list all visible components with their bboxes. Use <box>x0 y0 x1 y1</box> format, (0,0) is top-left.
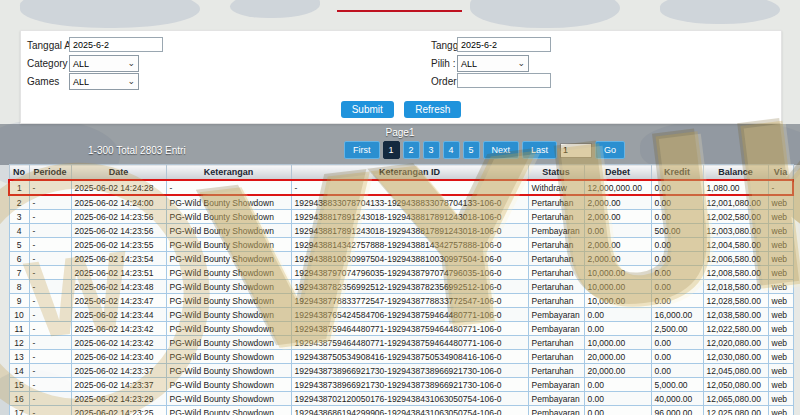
cell-keterangan-id[interactable]: 1929438833078704133-1929438833078704133-… <box>291 195 528 210</box>
cell-periode: - <box>29 224 71 238</box>
cell-keterangan: PG-Wild Bounty Showdown <box>166 210 291 224</box>
cell-via: web <box>768 294 793 308</box>
cell-kredit: 0.00 <box>651 294 703 308</box>
cell-kredit: 96,000.00 <box>651 406 703 415</box>
cell-keterangan-id[interactable]: 1929438738966921730-1929438738966921730-… <box>291 364 528 378</box>
cell-status: Pertaruhan <box>528 280 584 294</box>
games-select[interactable]: ALL ⌄ <box>69 73 139 90</box>
page-button-1[interactable]: 1 <box>383 141 400 159</box>
cell-periode: - <box>29 266 71 280</box>
top-red-underline <box>337 10 462 12</box>
submit-button[interactable]: Submit <box>341 101 394 118</box>
cell-no: 11 <box>9 322 29 336</box>
cell-keterangan-id[interactable]: 1929438817891243018-1929438817891243018-… <box>291 210 528 224</box>
cell-debet: 20,000.00 <box>584 350 651 364</box>
cell-status: Pertaruhan <box>528 350 584 364</box>
table-row: 1-2025-06-02 14:24:28--Withdraw12,000,00… <box>9 180 793 195</box>
cell-keterangan-id[interactable]: 1929438759464480771-1929438759464480771-… <box>291 336 528 350</box>
cell-status: Withdraw <box>528 180 584 195</box>
cell-periode: - <box>29 308 71 322</box>
page-indicator: Page1 <box>0 127 800 138</box>
cell-keterangan-id[interactable]: 1929438738966921730-1929438738966921730-… <box>291 378 528 392</box>
cell-balance: 12,022,580.00 <box>703 322 768 336</box>
cell-kredit: 500.00 <box>651 224 703 238</box>
header-balance: Balance <box>703 165 768 181</box>
header-keterangan-id: Keterangan ID <box>291 165 528 181</box>
cell-no: 15 <box>9 378 29 392</box>
cell-date: 2025-06-02 14:23:25 <box>71 406 166 415</box>
go-button[interactable]: Go <box>595 141 625 159</box>
cell-keterangan: PG-Wild Bounty Showdown <box>166 392 291 406</box>
cell-date: 2025-06-02 14:23:37 <box>71 378 166 392</box>
cell-debet: 2,000.00 <box>584 195 651 210</box>
cell-keterangan-id[interactable]: 1929438750534908416-1929438750534908416-… <box>291 350 528 364</box>
cell-keterangan-id[interactable]: 1929438797074796035-1929438797074796035-… <box>291 266 528 280</box>
refresh-button[interactable]: Refresh <box>404 101 461 118</box>
cell-no: 4 <box>9 224 29 238</box>
cell-debet: 10,000.00 <box>584 280 651 294</box>
cell-debet: 0.00 <box>584 392 651 406</box>
cell-no: 6 <box>9 252 29 266</box>
cell-periode: - <box>29 180 71 195</box>
cell-balance: 12,004,580.00 <box>703 238 768 252</box>
cell-keterangan-id[interactable]: 1929438759464480771-1929438759464480771-… <box>291 322 528 336</box>
cell-keterangan-id: - <box>291 180 528 195</box>
tanggal-akhir-input[interactable] <box>457 37 551 52</box>
order-id-input[interactable] <box>457 73 551 88</box>
cell-keterangan-id[interactable]: 1929438782356992512-1929438782356992512-… <box>291 280 528 294</box>
page-button-3[interactable]: 3 <box>423 141 440 159</box>
chevron-down-icon: ⌄ <box>127 59 135 68</box>
cell-keterangan: PG-Wild Bounty Showdown <box>166 350 291 364</box>
cell-periode: - <box>29 322 71 336</box>
cell-keterangan-id[interactable]: 1929438814342757888-1929438814342757888-… <box>291 238 528 252</box>
cell-debet: 2,000.00 <box>584 252 651 266</box>
cell-keterangan-id[interactable]: 1929438702120050176-1929438431063050754-… <box>291 392 528 406</box>
cell-balance: 12,050,080.00 <box>703 378 768 392</box>
tanggal-awal-input[interactable] <box>69 37 163 52</box>
cell-kredit: 0.00 <box>651 364 703 378</box>
cell-status: Pembayaran <box>528 392 584 406</box>
cell-date: 2025-06-02 14:23:40 <box>71 350 166 364</box>
page-button-2[interactable]: 2 <box>403 141 420 159</box>
pilih-select[interactable]: ALL ⌄ <box>457 55 529 72</box>
cell-kredit: 16,000.00 <box>651 308 703 322</box>
cell-keterangan-id[interactable]: 1929438810030997504-1929438810030997504-… <box>291 252 528 266</box>
games-select-value: ALL <box>73 77 89 87</box>
goto-page-input[interactable] <box>560 143 592 158</box>
category-select[interactable]: ALL ⌄ <box>69 55 139 72</box>
page-button-5[interactable]: 5 <box>463 141 480 159</box>
pagination-bar: 1-300 Total 2803 Entri First12345NextLas… <box>0 141 800 161</box>
cell-debet: 0.00 <box>584 378 651 392</box>
cell-via: web <box>768 195 793 210</box>
cell-keterangan-id[interactable]: 1929438778833772547-1929438778833772547-… <box>291 294 528 308</box>
cell-keterangan-id[interactable]: 1929438765424584706-1929438759464480771-… <box>291 308 528 322</box>
cell-date: 2025-06-02 14:24:28 <box>71 180 166 195</box>
cell-no: 13 <box>9 350 29 364</box>
cell-via: web <box>768 322 793 336</box>
table-row: 3-2025-06-02 14:23:56PG-Wild Bounty Show… <box>9 210 793 224</box>
entries-total-label: 1-300 Total 2803 Entri <box>88 145 186 156</box>
cell-no: 16 <box>9 392 29 406</box>
cell-no: 5 <box>9 238 29 252</box>
cell-date: 2025-06-02 14:23:56 <box>71 224 166 238</box>
header-via: Via <box>768 165 793 181</box>
cell-keterangan-id[interactable]: 1929438817891243018-1929438817891243018-… <box>291 224 528 238</box>
cell-via: web <box>768 392 793 406</box>
cell-keterangan: PG-Wild Bounty Showdown <box>166 294 291 308</box>
cell-periode: - <box>29 378 71 392</box>
cell-balance: 12,018,580.00 <box>703 280 768 294</box>
cell-balance: 12,065,080.00 <box>703 392 768 406</box>
header-keterangan: Keterangan <box>166 165 291 181</box>
cell-periode: - <box>29 364 71 378</box>
page-button-4[interactable]: 4 <box>443 141 460 159</box>
page-button-next[interactable]: Next <box>483 141 520 159</box>
table-row: 17-2025-06-02 14:23:25PG-Wild Bounty Sho… <box>9 406 793 415</box>
category-select-value: ALL <box>73 59 89 69</box>
page-button-last[interactable]: Last <box>522 141 557 159</box>
page-button-first[interactable]: First <box>344 141 380 159</box>
table-row: 7-2025-06-02 14:23:51PG-Wild Bounty Show… <box>9 266 793 280</box>
cell-keterangan-id[interactable]: 1929438686194299906-1929438431063050754-… <box>291 406 528 415</box>
cell-via: web <box>768 210 793 224</box>
cell-date: 2025-06-02 14:23:44 <box>71 308 166 322</box>
cell-periode: - <box>29 336 71 350</box>
